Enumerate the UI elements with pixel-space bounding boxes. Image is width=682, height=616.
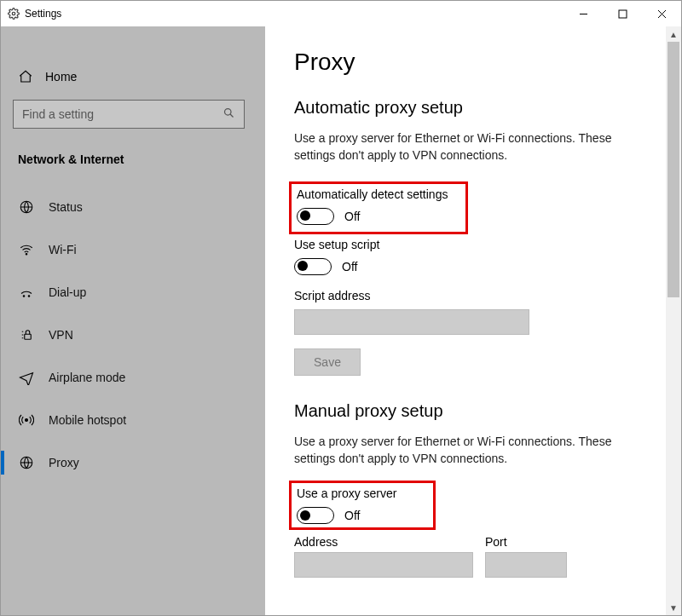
scroll-thumb[interactable] <box>668 42 679 297</box>
address-input[interactable] <box>294 552 473 578</box>
highlight-auto-detect: Automatically detect settings Off <box>289 181 468 234</box>
scroll-down-arrow[interactable]: ▼ <box>666 600 681 615</box>
content-area: Proxy Automatic proxy setup Use a proxy … <box>265 26 666 615</box>
sidebar-item-hotspot[interactable]: Mobile hotspot <box>13 403 253 437</box>
svg-point-8 <box>26 254 27 256</box>
svg-line-6 <box>230 114 233 117</box>
hotspot-icon <box>18 412 35 428</box>
sidebar-item-proxy[interactable]: Proxy <box>13 446 253 480</box>
address-label: Address <box>294 535 473 549</box>
manual-proxy-desc: Use a proxy server for Ethernet or Wi-Fi… <box>294 433 637 468</box>
sidebar-item-airplane[interactable]: Airplane mode <box>13 360 253 394</box>
svg-rect-2 <box>619 10 627 18</box>
use-proxy-state: Off <box>344 509 360 522</box>
titlebar: Settings <box>1 1 681 26</box>
minimize-button[interactable] <box>564 1 603 26</box>
sidebar-nav: Status Wi-Fi Dial-up VPN <box>13 190 253 480</box>
svg-rect-11 <box>25 334 32 339</box>
save-button[interactable]: Save <box>294 348 361 376</box>
highlight-use-proxy: Use a proxy server Off <box>289 481 436 530</box>
home-icon <box>18 69 33 84</box>
sidebar-item-label: Airplane mode <box>49 371 125 384</box>
use-proxy-label: Use a proxy server <box>297 486 428 500</box>
svg-point-5 <box>225 109 232 116</box>
home-link[interactable]: Home <box>13 62 253 91</box>
scroll-up-arrow[interactable]: ▲ <box>666 26 681 42</box>
port-input[interactable] <box>485 552 567 578</box>
script-address-input[interactable] <box>294 309 529 335</box>
window-controls <box>564 1 681 26</box>
sidebar-item-label: VPN <box>49 328 73 342</box>
svg-point-12 <box>26 419 28 422</box>
search-input[interactable]: Find a setting <box>13 100 245 129</box>
auto-proxy-heading: Automatic proxy setup <box>294 98 637 118</box>
svg-point-9 <box>23 296 25 297</box>
auto-detect-state: Off <box>344 210 360 223</box>
use-script-toggle[interactable] <box>294 258 332 275</box>
maximize-button[interactable] <box>603 1 642 26</box>
use-script-label: Use setup script <box>294 238 637 251</box>
home-label: Home <box>45 70 77 83</box>
sidebar-item-label: Dial-up <box>49 285 86 299</box>
settings-app-icon <box>8 8 20 20</box>
sidebar-item-dialup[interactable]: Dial-up <box>13 275 253 309</box>
search-icon <box>223 107 235 122</box>
window-title: Settings <box>25 8 61 20</box>
sidebar: Home Find a setting Network & Internet S… <box>1 26 265 615</box>
sidebar-item-status[interactable]: Status <box>13 190 253 224</box>
settings-window: Settings Home Find a setting <box>0 0 682 616</box>
airplane-icon <box>18 370 35 385</box>
script-address-label: Script address <box>294 289 637 302</box>
wifi-icon <box>18 242 35 257</box>
sidebar-item-label: Proxy <box>49 456 79 469</box>
use-script-state: Off <box>342 260 357 273</box>
auto-proxy-desc: Use a proxy server for Ethernet or Wi-Fi… <box>294 130 637 164</box>
close-button[interactable] <box>642 1 681 26</box>
scroll-track[interactable] <box>666 42 681 600</box>
use-proxy-toggle[interactable] <box>297 507 334 524</box>
page-title: Proxy <box>294 49 637 76</box>
vertical-scrollbar[interactable]: ▲ ▼ <box>666 26 681 615</box>
port-label: Port <box>485 535 567 549</box>
svg-point-10 <box>28 296 30 297</box>
sidebar-item-vpn[interactable]: VPN <box>13 318 253 352</box>
sidebar-item-label: Mobile hotspot <box>49 413 126 427</box>
dialup-icon <box>18 285 35 300</box>
sidebar-item-label: Status <box>49 200 83 214</box>
manual-proxy-heading: Manual proxy setup <box>294 401 637 421</box>
auto-detect-toggle[interactable] <box>297 208 334 225</box>
category-title: Network & Internet <box>13 147 253 171</box>
proxy-icon <box>18 455 35 470</box>
search-placeholder: Find a setting <box>22 107 223 121</box>
vpn-icon <box>18 327 35 343</box>
sidebar-item-label: Wi-Fi <box>49 243 77 256</box>
sidebar-item-wifi[interactable]: Wi-Fi <box>13 233 253 267</box>
auto-detect-label: Automatically detect settings <box>297 187 460 201</box>
svg-point-0 <box>12 12 15 15</box>
status-icon <box>18 199 35 215</box>
